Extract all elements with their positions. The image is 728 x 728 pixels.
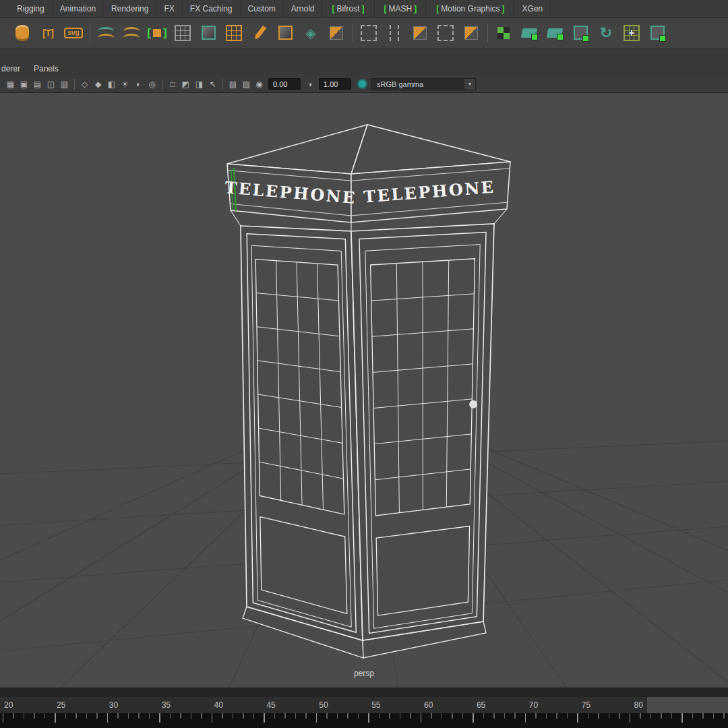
mash-plane-icon[interactable] — [516, 20, 542, 46]
time-ruler[interactable] — [0, 713, 728, 728]
tab-list: Rigging Animation Rendering FX FX Cachin… — [9, 0, 551, 17]
divider — [86, 20, 93, 46]
marquee-select-icon[interactable] — [433, 20, 458, 46]
panel-menu-bar: derer Panels — [0, 62, 728, 75]
shelf-tab[interactable]: [ Motion Graphics ] — [427, 0, 514, 17]
poly-cube-orange-icon[interactable] — [272, 20, 298, 46]
lattice-deformer-icon[interactable] — [356, 20, 382, 46]
shelf-tab[interactable]: Arnold — [284, 0, 323, 17]
quad-draw-icon[interactable] — [458, 20, 484, 46]
pencil-curve-icon[interactable] — [247, 20, 272, 46]
film-gate-icon[interactable]: ▨ — [240, 78, 253, 90]
shelf-tab[interactable]: Rendering — [104, 0, 156, 17]
frame-number: 60 — [424, 700, 433, 710]
shaded-display-icon[interactable]: ◆ — [92, 78, 104, 90]
perspective-view-canvas[interactable]: TELEPHONETELEPHONE — [0, 93, 728, 688]
shelf-tab-label: MASH — [389, 4, 413, 13]
menu-renderer[interactable]: derer — [1, 64, 20, 73]
mash-grid-icon[interactable] — [619, 20, 644, 46]
shelf-tab-label: FX Caching — [190, 4, 233, 13]
image-plane-icon[interactable]: ▧ — [226, 78, 239, 90]
viewport-icon-glyph: ↖ — [209, 80, 216, 89]
shelf-tab[interactable]: Rigging — [9, 0, 53, 17]
viewport-icon-glyph: ◎ — [148, 80, 155, 89]
grid-toggle-icon[interactable]: ▦ — [4, 78, 17, 90]
use-all-lights-icon[interactable]: ☀ — [119, 78, 131, 90]
isolate-select-icon[interactable]: ◩ — [179, 78, 192, 90]
poly-cube-icon[interactable] — [195, 20, 221, 46]
type-tool-icon[interactable]: [T] — [35, 20, 61, 46]
uv-grid-icon[interactable] — [221, 20, 247, 46]
wireframe-display-icon[interactable]: ◇ — [78, 78, 91, 90]
camera-attributes-icon[interactable]: ◨ — [193, 78, 206, 90]
panel-single-icon[interactable]: ▣ — [18, 78, 30, 90]
bracket-left: [ — [436, 4, 439, 13]
bracket-object-icon[interactable] — [144, 20, 170, 46]
color-management-toggle[interactable] — [357, 79, 367, 89]
shelf-tab[interactable]: [ MASH ] — [375, 0, 427, 17]
shelf-tab[interactable]: XGen — [515, 0, 551, 17]
range-strip — [0, 688, 728, 697]
select-cursor-icon[interactable]: ↖ — [206, 78, 219, 90]
shelf-tab[interactable]: [ Bifrost ] — [323, 0, 375, 17]
cylinder-primitive-icon[interactable] — [9, 20, 35, 46]
shadows-toggle-icon[interactable]: ◐ — [132, 78, 145, 90]
colorspace-value: sRGB gamma — [377, 80, 423, 88]
shelf-tab-bar: Rigging Animation Rendering FX FX Cachin… — [0, 0, 728, 18]
frame-number: 70 — [529, 700, 538, 710]
frame-number: 75 — [582, 700, 590, 710]
panel-four-view-icon[interactable]: ▤ — [31, 78, 44, 90]
bracket-left: [ — [384, 4, 387, 13]
mash-flow-icon[interactable] — [593, 20, 619, 46]
frame-numbers: 20253035404550556065707580 — [0, 697, 647, 713]
construction-layers-icon[interactable] — [298, 20, 324, 46]
mash-world-icon[interactable] — [644, 20, 670, 46]
sep — [222, 79, 223, 90]
gamma-field[interactable]: 1.00 — [319, 78, 351, 90]
mash-cube-icon[interactable] — [568, 20, 593, 46]
surfaces-tool-icon[interactable] — [119, 20, 144, 46]
multi-cut-icon[interactable] — [407, 20, 433, 46]
shelf-tab[interactable]: FX Caching — [183, 0, 241, 17]
frame-number: 35 — [162, 700, 171, 710]
shelf-tab[interactable]: Animation — [53, 0, 104, 17]
menu-panels[interactable]: Panels — [34, 64, 59, 73]
viewport-toolbar: ▦ ▣ ▤ ◫ ▥ ◇ ◆ ◧ ☀ ◐ ◎ — [0, 75, 728, 93]
viewport[interactable]: TELEPHONETELEPHONE persp — [0, 93, 728, 688]
exposure-icon[interactable]: ◉ — [253, 78, 266, 90]
viewport-icon-glyph: ▤ — [34, 80, 41, 89]
insert-edge-loop-icon[interactable] — [382, 20, 407, 46]
svg-tool-icon[interactable]: svg — [61, 20, 86, 46]
colorspace-select[interactable]: sRGB gamma ▼ — [371, 78, 476, 90]
shelf-tab-label: Bifrost — [337, 4, 360, 13]
chevron-down-icon: ▼ — [464, 79, 475, 90]
panel-outliner-icon[interactable]: ▥ — [58, 78, 71, 90]
frame-number: 40 — [214, 700, 223, 710]
time-slider[interactable]: 20253035404550556065707580 — [0, 688, 728, 728]
bracket-right: ] — [502, 4, 505, 13]
panel-split-icon[interactable]: ◫ — [44, 78, 57, 90]
mash-network-icon[interactable] — [491, 20, 516, 46]
poly-cube-solid-icon[interactable] — [324, 20, 349, 46]
viewport-icon-glyph: ◩ — [182, 80, 189, 89]
frame-number: 50 — [319, 700, 328, 710]
textured-display-icon[interactable]: ◧ — [105, 78, 118, 90]
status-strip — [0, 49, 728, 62]
mash-surface-icon[interactable] — [542, 20, 568, 46]
exposure-field[interactable]: 0.00 — [268, 78, 301, 90]
shelf-tab-label: Animation — [60, 4, 96, 13]
shelf-icon-glyph — [153, 29, 161, 37]
poly-plane-icon[interactable] — [170, 20, 195, 46]
camera-name-label: persp — [0, 669, 728, 678]
gamma-icon[interactable]: ◑ — [303, 78, 316, 90]
viewport-icon-glyph: ◨ — [195, 80, 203, 89]
shelf-tab-label: XGen — [522, 4, 543, 13]
frame-number: 30 — [109, 700, 118, 710]
sep — [162, 79, 162, 90]
curves-tool-icon[interactable] — [93, 20, 119, 46]
xray-display-icon[interactable]: □ — [166, 78, 179, 90]
shelf-tab[interactable]: Custom — [241, 0, 284, 17]
frame-number: 55 — [371, 700, 380, 710]
ambient-occlusion-icon[interactable]: ◎ — [146, 78, 158, 90]
shelf-tab[interactable]: FX — [156, 0, 182, 17]
